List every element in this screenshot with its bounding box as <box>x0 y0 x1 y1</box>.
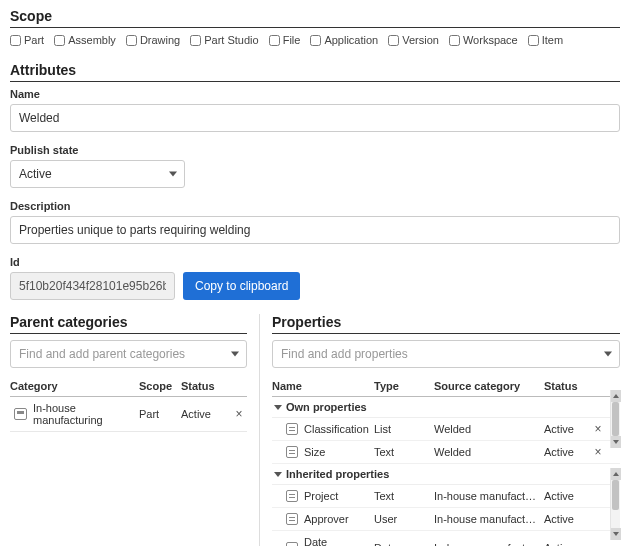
scrollbar[interactable] <box>610 468 620 540</box>
scope-item-label: Item <box>542 34 563 46</box>
table-row[interactable]: Project Text In-house manufact… Active <box>272 485 620 508</box>
prop-source: Welded <box>434 423 544 435</box>
scroll-up-icon[interactable] <box>611 390 621 402</box>
prop-col-type: Type <box>374 380 434 392</box>
scope-drawing-checkbox[interactable] <box>126 35 137 46</box>
prop-source: In-house manufact… <box>434 542 544 546</box>
description-label: Description <box>10 200 620 212</box>
scope-workspace-checkbox[interactable] <box>449 35 460 46</box>
properties-grid-header: Name Type Source category Status <box>272 376 620 397</box>
scope-heading: Scope <box>10 8 620 28</box>
parent-row-scope: Part <box>139 408 181 420</box>
scroll-thumb[interactable] <box>612 480 619 510</box>
scope-version-label: Version <box>402 34 439 46</box>
scope-part-label: Part <box>24 34 44 46</box>
scope-part-studio[interactable]: Part Studio <box>190 34 258 46</box>
parent-row-status: Active <box>181 408 231 420</box>
parent-category-search-input[interactable] <box>10 340 247 368</box>
prop-name: Approver <box>304 513 374 525</box>
scroll-down-icon[interactable] <box>611 436 621 448</box>
prop-col-status: Status <box>544 380 590 392</box>
chevron-down-icon <box>274 405 282 410</box>
scope-application-checkbox[interactable] <box>310 35 321 46</box>
prop-status: Active <box>544 490 590 502</box>
properties-combo[interactable] <box>272 340 620 368</box>
scope-drawing[interactable]: Drawing <box>126 34 180 46</box>
prop-status: Active <box>544 423 590 435</box>
scope-part-studio-checkbox[interactable] <box>190 35 201 46</box>
scope-file-label: File <box>283 34 301 46</box>
prop-name: Size <box>304 446 374 458</box>
table-row[interactable]: In-house manufacturing Part Active × <box>10 397 247 432</box>
table-row[interactable]: Size Text Welded Active × <box>272 441 620 464</box>
scrollbar[interactable] <box>610 390 620 448</box>
scope-part[interactable]: Part <box>10 34 44 46</box>
property-icon <box>286 513 298 525</box>
prop-status: Active <box>544 542 590 546</box>
scroll-down-icon[interactable] <box>611 528 621 540</box>
remove-property-button[interactable]: × <box>590 446 606 458</box>
attributes-heading: Attributes <box>10 62 620 82</box>
publish-state-select[interactable] <box>10 160 185 188</box>
scope-application[interactable]: Application <box>310 34 378 46</box>
chevron-down-icon <box>274 472 282 477</box>
parent-row-name: In-house manufacturing <box>33 402 139 426</box>
id-value <box>10 272 175 300</box>
own-properties-group[interactable]: Own properties <box>272 397 620 418</box>
scope-workspace[interactable]: Workspace <box>449 34 518 46</box>
properties-search-input[interactable] <box>272 340 620 368</box>
table-row[interactable]: Date approved Date In-house manufact… Ac… <box>272 531 620 546</box>
copy-to-clipboard-button[interactable]: Copy to clipboard <box>183 272 300 300</box>
property-icon <box>286 423 298 435</box>
parent-col-scope: Scope <box>139 380 181 392</box>
prop-type: Text <box>374 446 434 458</box>
table-row[interactable]: Classification List Welded Active × <box>272 418 620 441</box>
prop-status: Active <box>544 446 590 458</box>
scope-drawing-label: Drawing <box>140 34 180 46</box>
remove-property-button[interactable]: × <box>590 423 606 435</box>
inherited-properties-group[interactable]: Inherited properties <box>272 464 620 485</box>
name-input[interactable] <box>10 104 620 132</box>
scope-assembly[interactable]: Assembly <box>54 34 116 46</box>
table-row[interactable]: Approver User In-house manufact… Active <box>272 508 620 531</box>
property-icon <box>286 446 298 458</box>
category-icon <box>14 408 27 420</box>
remove-parent-button[interactable]: × <box>231 408 247 420</box>
prop-col-source: Source category <box>434 380 544 392</box>
parent-category-combo[interactable] <box>10 340 247 368</box>
publish-state-label: Publish state <box>10 144 620 156</box>
scope-options: Part Assembly Drawing Part Studio File A… <box>10 34 620 46</box>
prop-type: Text <box>374 490 434 502</box>
scope-part-checkbox[interactable] <box>10 35 21 46</box>
properties-heading: Properties <box>272 314 620 334</box>
scope-version-checkbox[interactable] <box>388 35 399 46</box>
scope-assembly-label: Assembly <box>68 34 116 46</box>
prop-status: Active <box>544 513 590 525</box>
id-label: Id <box>10 256 620 268</box>
prop-name: Project <box>304 490 374 502</box>
parent-categories-heading: Parent categories <box>10 314 247 334</box>
scroll-thumb[interactable] <box>612 402 619 436</box>
scope-item-checkbox[interactable] <box>528 35 539 46</box>
scope-file-checkbox[interactable] <box>269 35 280 46</box>
prop-type: Date <box>374 542 434 546</box>
scope-version[interactable]: Version <box>388 34 439 46</box>
prop-source: Welded <box>434 446 544 458</box>
prop-name: Classification <box>304 423 374 435</box>
prop-source: In-house manufact… <box>434 490 544 502</box>
scope-part-studio-label: Part Studio <box>204 34 258 46</box>
prop-source: In-house manufact… <box>434 513 544 525</box>
prop-type: List <box>374 423 434 435</box>
scope-item[interactable]: Item <box>528 34 563 46</box>
prop-type: User <box>374 513 434 525</box>
scope-assembly-checkbox[interactable] <box>54 35 65 46</box>
parent-col-category: Category <box>10 380 139 392</box>
description-input[interactable] <box>10 216 620 244</box>
scope-application-label: Application <box>324 34 378 46</box>
name-label: Name <box>10 88 620 100</box>
parent-grid-header: Category Scope Status <box>10 376 247 397</box>
scroll-up-icon[interactable] <box>611 468 621 480</box>
scope-workspace-label: Workspace <box>463 34 518 46</box>
scope-file[interactable]: File <box>269 34 301 46</box>
prop-name: Date approved <box>304 536 374 546</box>
